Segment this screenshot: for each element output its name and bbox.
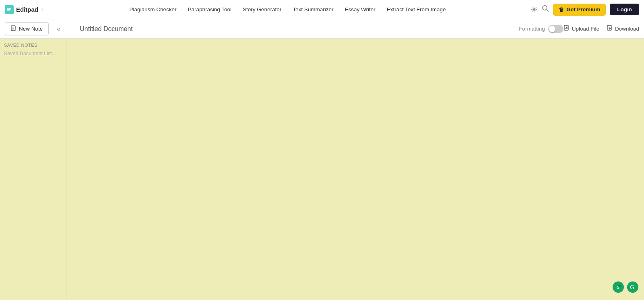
formatting-area: Formatting xyxy=(519,25,564,33)
nav-story[interactable]: Story Generator xyxy=(243,6,281,12)
editor-area[interactable] xyxy=(66,39,644,300)
editpad-logo-icon xyxy=(5,5,14,14)
toolbar-right: Upload File Download xyxy=(564,25,639,33)
logo-text: Editpad xyxy=(16,6,38,13)
bottom-right-icons: G ↑ G xyxy=(613,281,638,293)
toolbar: New Note « Untitled Document Formatting … xyxy=(0,19,644,39)
premium-button[interactable]: ♛ Get Premium xyxy=(553,4,606,16)
collapse-sidebar-button[interactable]: « xyxy=(54,24,64,34)
formatting-label: Formatting xyxy=(519,26,545,32)
header-right: ☀ ♛ Get Premium Login xyxy=(530,4,639,16)
svg-line-5 xyxy=(547,10,549,12)
document-title[interactable]: Untitled Document xyxy=(80,25,519,33)
new-note-button[interactable]: New Note xyxy=(5,22,49,35)
svg-rect-1 xyxy=(7,8,11,9)
svg-text:G: G xyxy=(630,284,634,290)
logo-plus: + xyxy=(41,6,45,13)
upload-file-label: Upload File xyxy=(572,26,599,32)
nav-paraphrasing[interactable]: Paraphrasing Tool xyxy=(188,6,232,12)
nav-links: Plagiarism Checker Paraphrasing Tool Sto… xyxy=(56,6,519,12)
main-area: SAVED NOTES Saved Document List... xyxy=(0,39,644,300)
svg-rect-2 xyxy=(7,9,10,10)
toggle-knob xyxy=(549,26,555,32)
formatting-toggle[interactable] xyxy=(548,25,564,33)
new-note-label: New Note xyxy=(19,26,43,32)
upload-file-button[interactable]: Upload File xyxy=(564,25,599,33)
svg-rect-3 xyxy=(7,10,10,11)
grammarly-icon-1[interactable]: G ↑ xyxy=(613,281,624,293)
crown-icon: ♛ xyxy=(559,6,564,13)
new-note-icon xyxy=(11,25,17,32)
login-button[interactable]: Login xyxy=(610,4,639,15)
logo-area: Editpad + xyxy=(5,5,45,14)
nav-plagiarism[interactable]: Plagiarism Checker xyxy=(129,6,176,12)
header: Editpad + Plagiarism Checker Paraphrasin… xyxy=(0,0,644,19)
nav-extract[interactable]: Extract Text From Image xyxy=(387,6,446,12)
nav-summarizer[interactable]: Text Summarizer xyxy=(293,6,333,12)
download-label: Download xyxy=(615,26,639,32)
saved-notes-heading: SAVED NOTES xyxy=(4,43,62,48)
search-icon[interactable] xyxy=(542,5,549,14)
theme-toggle-icon[interactable]: ☀ xyxy=(530,5,538,14)
saved-document-list[interactable]: Saved Document List... xyxy=(4,51,62,56)
grammarly-icon-2[interactable]: G xyxy=(627,281,638,293)
download-button[interactable]: Download xyxy=(607,25,639,33)
sidebar: SAVED NOTES Saved Document List... xyxy=(0,39,66,300)
download-icon xyxy=(607,25,613,33)
nav-essay[interactable]: Essay Writer xyxy=(345,6,375,12)
svg-text:↑: ↑ xyxy=(619,285,620,288)
premium-label: Get Premium xyxy=(566,6,600,12)
upload-icon xyxy=(564,25,570,33)
